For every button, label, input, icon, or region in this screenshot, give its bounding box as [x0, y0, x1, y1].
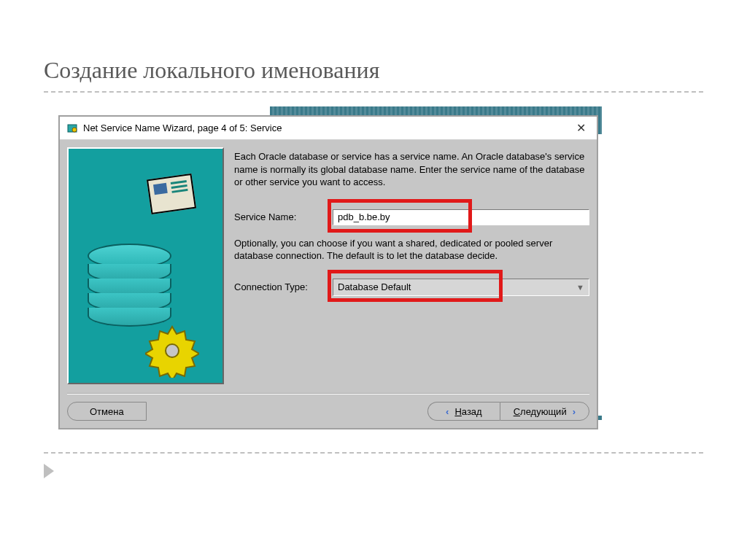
app-icon	[66, 122, 79, 135]
back-label: Назад	[454, 406, 481, 417]
service-name-input[interactable]	[333, 209, 589, 225]
titlebar: Net Service Name Wizard, page 4 of 5: Se…	[60, 117, 597, 140]
cancel-button[interactable]: Отмена	[67, 402, 147, 421]
dialog-title: Net Service Name Wizard, page 4 of 5: Se…	[83, 122, 570, 133]
chevron-down-icon: ▼	[576, 283, 584, 292]
connection-type-combo[interactable]: Database Default ▼	[333, 279, 589, 296]
form-panel: Each Oracle database or service has a se…	[234, 147, 589, 384]
svg-point-1	[72, 128, 77, 132]
button-bar: Отмена ‹ Назад Следующий ›	[67, 393, 589, 421]
close-icon: ✕	[576, 121, 586, 135]
arrow-left-icon: ‹	[446, 406, 449, 417]
connection-type-value: Database Default	[338, 281, 411, 292]
divider-top	[44, 91, 703, 93]
wizard-dialog: Net Service Name Wizard, page 4 of 5: Se…	[58, 115, 598, 429]
slide-arrow-icon	[44, 464, 54, 478]
service-name-label: Service Name:	[234, 211, 333, 222]
next-label: Следующий	[514, 406, 567, 417]
database-icon	[88, 244, 171, 327]
wizard-graphic-panel	[67, 147, 224, 384]
arrow-right-icon: ›	[573, 406, 576, 417]
connection-type-label: Connection Type:	[234, 281, 333, 292]
cancel-label: Отмена	[90, 406, 124, 417]
description-text: Each Oracle database or service has a se…	[234, 150, 589, 189]
svg-point-2	[166, 344, 179, 357]
next-button[interactable]: Следующий ›	[500, 402, 589, 421]
dialog-body: Each Oracle database or service has a se…	[60, 140, 597, 428]
id-card-icon	[147, 174, 196, 214]
close-button[interactable]: ✕	[570, 120, 591, 137]
divider-bottom	[44, 452, 703, 454]
optional-text: Optionally, you can choose if you want a…	[234, 237, 589, 262]
back-button[interactable]: ‹ Назад	[427, 402, 500, 421]
slide-title: Создание локального именования	[44, 57, 379, 84]
gear-icon	[145, 324, 199, 378]
